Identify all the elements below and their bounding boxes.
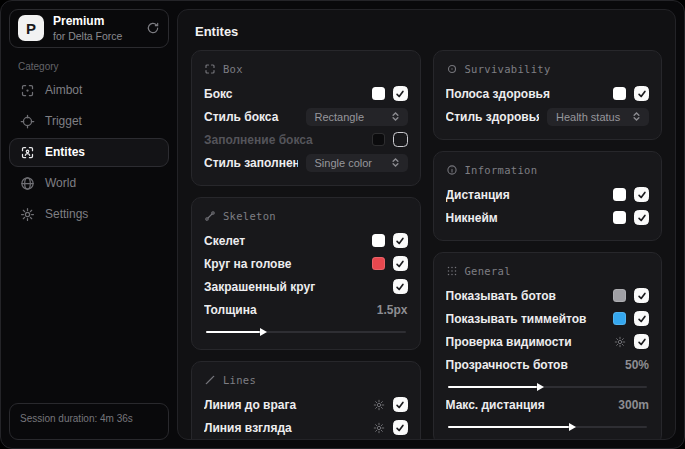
info-icon (446, 164, 458, 176)
box-style-select[interactable]: Rectangle (306, 108, 408, 126)
color-swatch[interactable] (613, 87, 626, 100)
unfold-icon (631, 111, 642, 122)
color-swatch[interactable] (613, 289, 626, 302)
setting-row: Стиль здоровья Health status (446, 105, 650, 128)
checkbox[interactable] (393, 279, 408, 294)
sidebar-item-world[interactable]: World (9, 169, 169, 198)
section-general: General Показывать ботов Показывать тимм… (433, 252, 663, 440)
section-skeleton: Skeleton Скелет Круг на голове (191, 197, 421, 350)
color-swatch[interactable] (372, 234, 385, 247)
checkmark-icon (637, 337, 647, 347)
slider-fill (448, 386, 538, 388)
sidebar-item-label: Entites (45, 145, 85, 159)
setting-label: Дистанция (446, 188, 606, 202)
setting-label: Круг на голове (204, 257, 364, 271)
select-value: Rectangle (315, 111, 365, 123)
select-value: Single color (315, 157, 372, 169)
setting-row: Показывать ботов (446, 284, 650, 307)
checkbox[interactable] (393, 233, 408, 248)
max-distance-slider[interactable] (448, 426, 648, 428)
checkbox[interactable] (634, 187, 649, 202)
checkbox[interactable] (634, 311, 649, 326)
setting-label: Полоса здоровья (446, 87, 606, 101)
section-header-label: General (465, 265, 511, 277)
checkbox[interactable] (393, 132, 408, 147)
checkbox[interactable] (393, 86, 408, 101)
line-settings-gear-icon[interactable] (373, 399, 385, 411)
survivability-icon (446, 63, 458, 75)
checkbox[interactable] (634, 86, 649, 101)
fill-style-select[interactable]: Single color (306, 154, 408, 172)
setting-row: Заполнение бокса (204, 128, 408, 151)
checkbox[interactable] (393, 397, 408, 412)
slider-value: 1.5px (377, 303, 408, 317)
sidebar-item-aimbot[interactable]: Aimbot (9, 76, 169, 105)
section-box-header: Box (204, 63, 408, 75)
setting-label: Закрашенный круг (204, 280, 385, 294)
grid-dots-icon (446, 265, 458, 277)
gear-icon (20, 207, 35, 222)
bone-icon (204, 210, 216, 222)
session-duration: Session duration: 4m 36s (9, 403, 169, 440)
setting-row: Полоса здоровья (446, 82, 650, 105)
setting-label: Линия взгляда (204, 421, 365, 435)
color-swatch[interactable] (372, 133, 385, 146)
setting-label: Стиль бокса (204, 110, 298, 124)
aimbot-scan-icon (20, 83, 35, 98)
checkbox[interactable] (634, 210, 649, 225)
setting-label: Прозрачность ботов (446, 358, 617, 372)
line-settings-gear-icon[interactable] (373, 422, 385, 434)
sidebar-item-trigget[interactable]: Trigget (9, 107, 169, 136)
category-label: Category (18, 61, 169, 72)
section-header-label: Lines (223, 374, 256, 386)
setting-label: Скелет (204, 234, 364, 248)
section-box: Box Бокс Стиль бокса (191, 50, 421, 186)
setting-row: Круг на голове (204, 252, 408, 275)
setting-label: Стиль заполнения (204, 156, 298, 170)
setting-row: Закрашенный круг (204, 275, 408, 298)
checkmark-icon (637, 291, 647, 301)
section-lines: Lines Линия до врага (191, 361, 421, 440)
color-swatch[interactable] (372, 257, 385, 270)
checkbox[interactable] (393, 256, 408, 271)
checkmark-icon (637, 190, 647, 200)
sidebar-item-settings[interactable]: Settings (9, 200, 169, 229)
setting-row: Никнейм (446, 206, 650, 229)
checkbox[interactable] (634, 334, 649, 349)
brand-title: Premium (53, 15, 122, 29)
checkmark-icon (395, 282, 405, 292)
unfold-icon (390, 157, 401, 168)
setting-row: Линия до врага (204, 393, 408, 416)
section-information: Information Дистанция Никнейм (433, 151, 663, 241)
color-swatch[interactable] (613, 211, 626, 224)
setting-row: Дистанция (446, 183, 650, 206)
setting-label: Никнейм (446, 211, 606, 225)
setting-row: Стиль бокса Rectangle (204, 105, 408, 128)
checkmark-icon (395, 236, 405, 246)
color-swatch[interactable] (613, 312, 626, 325)
section-header-label: Box (223, 63, 243, 75)
color-swatch[interactable] (372, 87, 385, 100)
setting-label: Заполнение бокса (204, 133, 364, 147)
checkmark-icon (637, 213, 647, 223)
setting-row: Скелет (204, 229, 408, 252)
section-header-label: Information (465, 164, 538, 176)
color-swatch[interactable] (613, 188, 626, 201)
sidebar-item-label: World (45, 176, 76, 190)
setting-row: Линия взгляда (204, 416, 408, 439)
health-style-select[interactable]: Health status (547, 108, 649, 126)
entities-icon (20, 145, 35, 160)
checkbox[interactable] (393, 420, 408, 435)
thickness-slider[interactable] (206, 331, 406, 333)
sidebar-item-entites[interactable]: Entites (9, 138, 169, 167)
refresh-icon[interactable] (146, 21, 160, 35)
brand-logo: P (18, 15, 44, 41)
visibility-settings-gear-icon[interactable] (614, 336, 626, 348)
setting-row: Показывать тиммейтов (446, 307, 650, 330)
setting-label: Толщина (204, 303, 369, 317)
checkbox[interactable] (634, 288, 649, 303)
sidebar-nav: Aimbot Trigget Entites (9, 76, 169, 229)
bot-opacity-slider[interactable] (448, 386, 648, 388)
app-window: P Premium for Delta Force Category (0, 0, 685, 449)
setting-label: Проверка видимости (446, 335, 607, 349)
